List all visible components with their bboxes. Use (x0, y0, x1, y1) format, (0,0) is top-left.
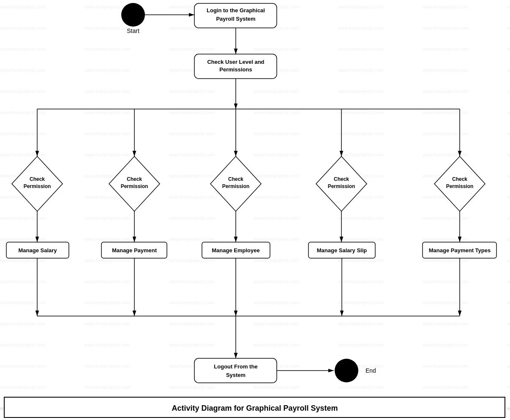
manage-salary-slip-text: Manage Salary Slip (317, 247, 367, 254)
manage-payment-types-text: Manage Payment Types (429, 247, 491, 254)
diagram-title: Activity Diagram for Graphical Payroll S… (172, 404, 338, 412)
diamond3-text1: Check (228, 176, 243, 182)
diamond4-text2: Permission (328, 183, 355, 189)
diamond5-text2: Permission (446, 183, 474, 189)
end-label: End (365, 367, 376, 374)
check-level-text1: Check User Level and (207, 59, 264, 65)
diamond5-text1: Check (452, 176, 467, 182)
manage-salary-text: Manage Salary (18, 247, 57, 254)
end-node (335, 359, 358, 382)
manage-payment-text: Manage Payment (112, 247, 157, 254)
diamond2-text1: Check (127, 176, 142, 182)
activity-diagram-svg: www.freeprojectz.com Start Login to the … (0, 0, 510, 420)
diamond3-text2: Permission (222, 183, 250, 189)
diamond4-text1: Check (334, 176, 349, 182)
check-level-text2: Permissions (219, 66, 252, 73)
logout-box (194, 358, 277, 383)
logout-text2: System (226, 372, 245, 378)
diamond2-text2: Permission (121, 183, 148, 189)
login-text-line2: Payroll System (216, 16, 255, 22)
manage-employee-text: Manage Employee (212, 247, 259, 254)
diagram-container: www.freeprojectz.com Start Login to the … (0, 0, 510, 420)
login-text-line1: Login to the Graphical (207, 7, 265, 14)
start-node (121, 3, 145, 27)
diamond1-text2: Permission (24, 183, 51, 189)
logout-text1: Logout From the (214, 363, 257, 370)
start-label: Start (127, 27, 139, 34)
diamond1-text1: Check (30, 176, 45, 182)
